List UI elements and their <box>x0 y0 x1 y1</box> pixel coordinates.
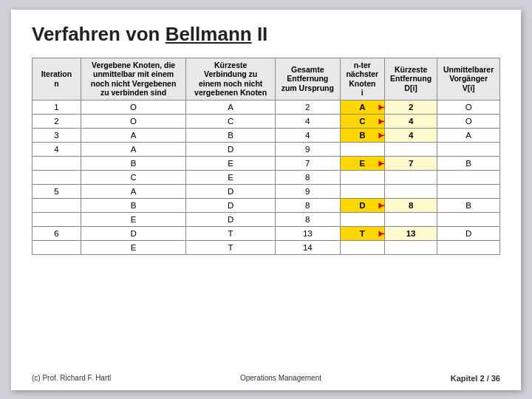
cell-verg: C <box>81 170 186 184</box>
cell-v <box>437 212 500 226</box>
cell-v: A <box>437 128 500 142</box>
cell-v <box>437 240 500 254</box>
footer-left: (c) Prof. Richard F. Hartl <box>32 374 111 383</box>
cell-iter <box>33 240 81 254</box>
cell-kurz: A <box>186 100 276 114</box>
col-header-nter: n-ternächsterKnoteni <box>340 58 384 100</box>
cell-kurz: T <box>186 240 276 254</box>
cell-verg: B <box>81 156 186 170</box>
cell-nter: D <box>340 198 384 212</box>
cell-iter <box>33 156 81 170</box>
cell-nter <box>340 184 384 198</box>
cell-v <box>437 184 500 198</box>
cell-nter: T <box>340 226 384 240</box>
cell-iter: 6 <box>33 226 81 240</box>
cell-iter <box>33 212 81 226</box>
cell-nter <box>340 240 384 254</box>
cell-nter <box>340 170 384 184</box>
table-row: ED8 <box>33 212 500 226</box>
cell-ges: 8 <box>275 198 340 212</box>
title-suffix: II <box>252 23 268 45</box>
cell-kurz: B <box>186 128 276 142</box>
cell-iter: 1 <box>33 100 81 114</box>
table-row: BE7E7B <box>33 156 500 170</box>
cell-kurz: D <box>186 142 276 156</box>
cell-d <box>384 142 437 156</box>
footer: (c) Prof. Richard F. Hartl Operations Ma… <box>32 374 500 383</box>
cell-kurz: D <box>186 212 276 226</box>
cell-kurz: D <box>186 198 276 212</box>
cell-verg: O <box>81 100 186 114</box>
cell-verg: O <box>81 114 186 128</box>
cell-d <box>384 240 437 254</box>
cell-kurz: D <box>186 184 276 198</box>
cell-v <box>437 170 500 184</box>
main-table: Iterationn Vergebene Knoten, dieunmittel… <box>32 58 500 255</box>
col-header-verg: Vergebene Knoten, dieunmittelbar mit ein… <box>81 58 186 100</box>
cell-iter: 4 <box>33 142 81 156</box>
cell-ges: 2 <box>275 100 340 114</box>
table-wrapper: Iterationn Vergebene Knoten, dieunmittel… <box>32 58 500 255</box>
col-header-v: UnmittelbarerVorgängerV[i] <box>437 58 500 100</box>
cell-kurz: C <box>186 114 276 128</box>
cell-ges: 9 <box>275 142 340 156</box>
cell-iter: 3 <box>33 128 81 142</box>
cell-d <box>384 170 437 184</box>
cell-v: B <box>437 156 500 170</box>
cell-d <box>384 212 437 226</box>
table-row: 4AD9 <box>33 142 500 156</box>
cell-nter <box>340 212 384 226</box>
cell-v <box>437 142 500 156</box>
cell-verg: B <box>81 198 186 212</box>
cell-d: 4 <box>384 114 437 128</box>
cell-d <box>384 184 437 198</box>
cell-v: O <box>437 114 500 128</box>
table-row: BD8D8B <box>33 198 500 212</box>
cell-v: O <box>437 100 500 114</box>
slide-title: Verfahren von Bellmann II <box>32 23 500 46</box>
table-row: 6DT13T13D <box>33 226 500 240</box>
title-prefix: Verfahren von <box>32 23 166 45</box>
col-header-kurz: KürzesteVerbindung zueinem noch nichtver… <box>186 58 276 100</box>
col-header-iter: Iterationn <box>33 58 81 100</box>
table-row: 1OA2A2O <box>33 100 500 114</box>
table-row: 5AD9 <box>33 184 500 198</box>
col-header-ges: GesamteEntfernungzum Ursprung <box>275 58 340 100</box>
cell-d: 13 <box>384 226 437 240</box>
cell-verg: A <box>81 184 186 198</box>
cell-ges: 13 <box>275 226 340 240</box>
cell-d: 8 <box>384 198 437 212</box>
cell-verg: A <box>81 142 186 156</box>
cell-verg: D <box>81 226 186 240</box>
cell-verg: A <box>81 128 186 142</box>
cell-d: 7 <box>384 156 437 170</box>
cell-iter: 5 <box>33 184 81 198</box>
title-link[interactable]: Bellmann <box>166 23 252 45</box>
cell-nter: C <box>340 114 384 128</box>
cell-v: B <box>437 198 500 212</box>
table-row: ET14 <box>33 240 500 254</box>
cell-kurz: E <box>186 170 276 184</box>
cell-ges: 8 <box>275 212 340 226</box>
cell-ges: 4 <box>275 128 340 142</box>
footer-center: Operations Management <box>240 374 321 383</box>
cell-v: D <box>437 226 500 240</box>
cell-nter <box>340 142 384 156</box>
table-row: 2OC4C4O <box>33 114 500 128</box>
cell-d: 4 <box>384 128 437 142</box>
cell-d: 2 <box>384 100 437 114</box>
header-row: Iterationn Vergebene Knoten, dieunmittel… <box>33 58 500 100</box>
slide: Verfahren von Bellmann II Iterationn Ver… <box>11 10 521 390</box>
table-row: CE8 <box>33 170 500 184</box>
col-header-d: KürzesteEntfernungD[i] <box>384 58 437 100</box>
cell-ges: 4 <box>275 114 340 128</box>
cell-nter: B <box>340 128 384 142</box>
cell-iter: 2 <box>33 114 81 128</box>
table-row: 3AB4B4A <box>33 128 500 142</box>
cell-ges: 9 <box>275 184 340 198</box>
cell-ges: 8 <box>275 170 340 184</box>
cell-nter: E <box>340 156 384 170</box>
cell-ges: 7 <box>275 156 340 170</box>
cell-verg: E <box>81 212 186 226</box>
footer-right: Kapitel 2 / 36 <box>451 374 500 383</box>
